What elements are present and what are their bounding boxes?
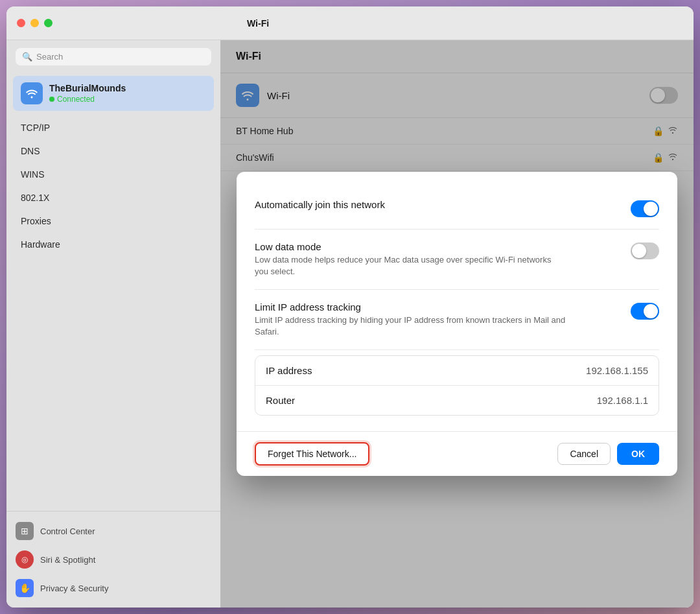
connected-badge: Connected <box>49 95 206 104</box>
sidebar-item-tcpip[interactable]: TCP/IP <box>6 116 220 139</box>
search-placeholder: Search <box>36 52 63 62</box>
dialog-row-auto-join: Automatically join this network <box>255 187 659 230</box>
sidebar-item-privacy-security[interactable]: ✋ Privacy & Security <box>6 574 220 602</box>
network-wifi-icon-box <box>21 82 43 104</box>
low-data-desc: Low data mode helps reduce your Mac data… <box>255 254 566 277</box>
privacy-security-icon: ✋ <box>16 579 34 597</box>
content-area: 🔍 Search TheBurialMounds Connected <box>6 40 694 608</box>
router-value: 192.168.1.1 <box>597 395 648 406</box>
low-data-toggle-knob <box>632 244 646 258</box>
sidebar-nav: TCP/IP DNS WINS 802.1X Proxies Hardware <box>6 113 220 511</box>
ip-address-label: IP address <box>266 365 312 376</box>
title-bar: Wi-Fi <box>6 6 694 40</box>
sidebar-bottom: ⊞ Control Center ◎ Siri & Spotlight ✋ Pr… <box>6 511 220 608</box>
search-bar[interactable]: 🔍 Search <box>16 48 211 65</box>
dialog-content: Automatically join this network <box>237 172 677 432</box>
limit-ip-control <box>631 301 659 320</box>
minimize-button[interactable] <box>30 19 39 27</box>
dialog-row-limit-ip: Limit IP address tracking Limit IP addre… <box>255 290 659 350</box>
limit-ip-desc: Limit IP address tracking by hiding your… <box>255 314 566 338</box>
control-center-icon: ⊞ <box>16 522 34 540</box>
router-label: Router <box>266 395 295 406</box>
sidebar-item-hardware[interactable]: Hardware <box>6 233 220 256</box>
dialog-actions: Cancel OK <box>557 443 659 465</box>
siri-spotlight-icon: ◎ <box>16 550 34 569</box>
limit-ip-toggle-knob <box>644 304 658 318</box>
dialog: Automatically join this network <box>237 172 677 477</box>
close-button[interactable] <box>17 19 25 27</box>
network-info: TheBurialMounds Connected <box>49 83 206 104</box>
limit-ip-label: Limit IP address tracking <box>255 301 618 313</box>
auto-join-text: Automatically join this network <box>255 199 618 212</box>
ip-address-row: IP address 192.168.1.155 <box>255 356 659 386</box>
limit-ip-text: Limit IP address tracking Limit IP addre… <box>255 301 618 338</box>
sidebar-item-8021x[interactable]: 802.1X <box>6 186 220 209</box>
low-data-control <box>631 241 659 259</box>
cancel-button[interactable]: Cancel <box>557 443 611 465</box>
sidebar-item-siri-spotlight[interactable]: ◎ Siri & Spotlight <box>6 545 220 574</box>
low-data-label: Low data mode <box>255 241 618 252</box>
connected-text: Connected <box>57 95 95 104</box>
sidebar: 🔍 Search TheBurialMounds Connected <box>6 40 220 608</box>
low-data-toggle[interactable] <box>631 242 659 259</box>
connected-dot <box>49 97 54 102</box>
dialog-footer: Forget This Network... Cancel OK <box>237 431 677 476</box>
wifi-icon <box>25 88 38 99</box>
auto-join-control <box>631 199 659 217</box>
ip-address-value: 192.168.1.155 <box>586 365 648 376</box>
router-row: Router 192.168.1.1 <box>255 386 659 415</box>
control-center-label: Control Center <box>40 526 95 536</box>
sidebar-item-control-center[interactable]: ⊞ Control Center <box>6 517 220 545</box>
traffic-lights <box>17 19 52 27</box>
limit-ip-toggle[interactable] <box>631 303 659 320</box>
search-icon: 🔍 <box>22 52 32 62</box>
network-selected-item[interactable]: TheBurialMounds Connected <box>13 76 214 111</box>
privacy-security-label: Privacy & Security <box>40 584 108 593</box>
forget-network-button[interactable]: Forget This Network... <box>255 442 369 466</box>
sidebar-item-wins[interactable]: WINS <box>6 163 220 186</box>
sidebar-item-dns[interactable]: DNS <box>6 139 220 163</box>
low-data-text: Low data mode Low data mode helps reduce… <box>255 241 618 277</box>
right-panel: Wi-Fi Wi-Fi <box>220 40 694 608</box>
siri-spotlight-label: Siri & Spotlight <box>40 555 95 565</box>
auto-join-toggle[interactable] <box>631 200 659 217</box>
sidebar-item-proxies[interactable]: Proxies <box>6 209 220 233</box>
maximize-button[interactable] <box>44 19 52 27</box>
ok-button[interactable]: OK <box>617 443 659 465</box>
info-section: IP address 192.168.1.155 Router 192.168.… <box>255 355 659 416</box>
main-window: Wi-Fi 🔍 Search TheBurialMounds <box>6 6 694 608</box>
dialog-overlay: Automatically join this network <box>220 40 694 608</box>
auto-join-label: Automatically join this network <box>255 199 618 210</box>
dialog-row-low-data: Low data mode Low data mode helps reduce… <box>255 230 659 290</box>
window-title: Wi-Fi <box>247 18 269 29</box>
network-name: TheBurialMounds <box>49 83 206 93</box>
auto-join-toggle-knob <box>644 202 658 216</box>
